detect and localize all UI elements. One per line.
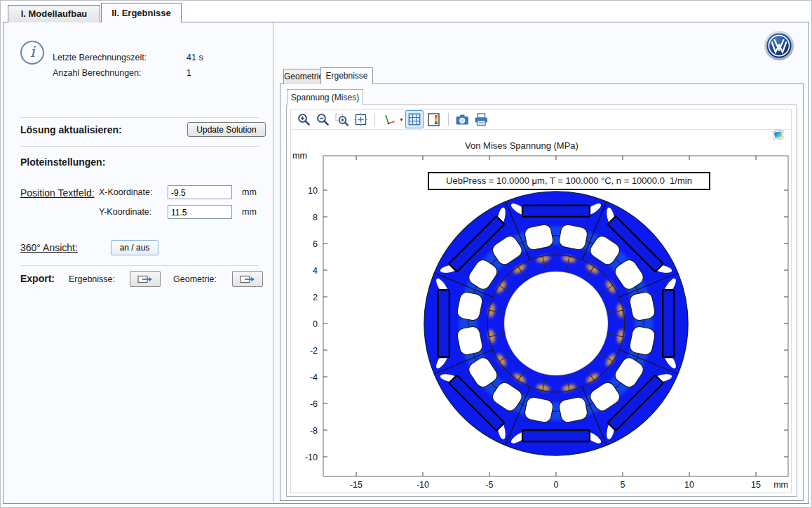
info-icon: i bbox=[20, 41, 44, 65]
plot-group-icon[interactable] bbox=[771, 128, 785, 142]
export-icon bbox=[240, 274, 255, 284]
view-360-label: 360° Ansicht: bbox=[20, 242, 78, 253]
x-coordinate-input[interactable] bbox=[168, 185, 232, 199]
export-results-button[interactable] bbox=[130, 271, 161, 287]
svg-text:-6: -6 bbox=[310, 399, 318, 409]
export-label: Export: bbox=[20, 273, 55, 284]
application-window: I. Modellaufbau II. Ergebnisse i Letzte … bbox=[0, 0, 812, 508]
export-geometry-label: Geometrie: bbox=[173, 274, 217, 284]
divider bbox=[20, 117, 259, 118]
textfield-position-label: Position Textfeld: bbox=[20, 187, 95, 199]
export-results-label: Ergebnisse: bbox=[69, 274, 115, 284]
svg-text:0: 0 bbox=[313, 319, 318, 329]
svg-text:0: 0 bbox=[554, 480, 559, 490]
computation-count-label: Anzahl Berechnungen: bbox=[53, 68, 141, 78]
tab-modellaufbau[interactable]: I. Modellaufbau bbox=[8, 5, 100, 22]
svg-text:15: 15 bbox=[751, 480, 761, 490]
graphics-canvas[interactable]: -15-10-50510151086420-2-4-6-8-10mmmm bbox=[290, 109, 792, 493]
svg-text:5: 5 bbox=[621, 480, 625, 490]
svg-text:10: 10 bbox=[308, 186, 318, 196]
divider bbox=[20, 146, 259, 147]
svg-text:-8: -8 bbox=[310, 426, 318, 436]
svg-text:mm: mm bbox=[773, 480, 788, 490]
last-computation-value: 41 s bbox=[187, 53, 203, 62]
svg-text:2: 2 bbox=[313, 293, 318, 302]
svg-text:10: 10 bbox=[684, 480, 694, 490]
plot-title: Von Mises Spannung (MPa) bbox=[465, 140, 578, 151]
svg-text:8: 8 bbox=[313, 213, 318, 222]
export-geometry-button[interactable] bbox=[232, 271, 263, 287]
export-icon bbox=[137, 274, 153, 284]
plot-settings-heading: Ploteinstellungen: bbox=[20, 156, 105, 168]
y-coordinate-input[interactable] bbox=[168, 205, 232, 219]
tab-ergebnisse[interactable]: II. Ergebnisse bbox=[101, 3, 182, 22]
tab-spannung-mises[interactable]: Spannung (Mises) bbox=[287, 89, 363, 105]
svg-text:-2: -2 bbox=[310, 346, 318, 356]
svg-text:mm: mm bbox=[292, 151, 307, 161]
svg-text:6: 6 bbox=[313, 239, 318, 249]
y-coordinate-unit: mm bbox=[242, 207, 257, 217]
update-solution-label: Lösung aktualisieren: bbox=[20, 124, 122, 135]
last-computation-label: Letzte Berechnungszeit: bbox=[53, 53, 147, 62]
svg-text:-4: -4 bbox=[310, 373, 318, 382]
y-coordinate-label: Y-Koordinate: bbox=[99, 207, 151, 217]
view-360-toggle-button[interactable]: an / aus bbox=[111, 240, 158, 255]
info-icon-glyph: i bbox=[30, 44, 35, 60]
update-solution-button[interactable]: Update Solution bbox=[187, 122, 266, 137]
tab-results-ergebnisse[interactable]: Ergebnisse bbox=[320, 67, 373, 84]
stress-plot[interactable]: -15-10-50510151086420-2-4-6-8-10mmmm bbox=[291, 109, 791, 493]
divider bbox=[20, 265, 259, 266]
svg-text:-15: -15 bbox=[350, 480, 363, 490]
tab-geometrie[interactable]: Geometrie bbox=[283, 69, 321, 84]
x-coordinate-label: X-Koordinate: bbox=[99, 187, 152, 197]
svg-text:-5: -5 bbox=[485, 480, 493, 490]
panel-divider bbox=[273, 22, 273, 502]
svg-text:-10: -10 bbox=[305, 453, 318, 462]
vw-logo bbox=[764, 30, 794, 61]
svg-text:-10: -10 bbox=[417, 480, 429, 490]
computation-count-value: 1 bbox=[187, 68, 191, 78]
plot-annotation-textbox[interactable]: UebPress = 10.0000 μm, T = 100.000 °C, n… bbox=[428, 172, 710, 190]
svg-text:4: 4 bbox=[313, 266, 318, 276]
x-coordinate-unit: mm bbox=[242, 187, 257, 197]
